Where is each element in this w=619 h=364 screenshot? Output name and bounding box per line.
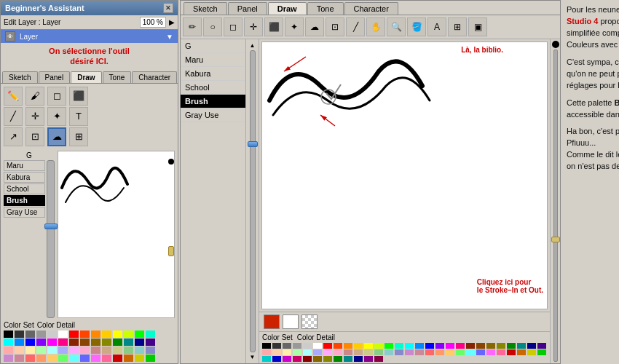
right-color-swatch-37[interactable]: [354, 349, 363, 355]
left-color-swatch-51[interactable]: [102, 355, 111, 362]
right-color-swatch-60[interactable]: [303, 356, 312, 362]
left-tab-tone[interactable]: Tone: [103, 71, 132, 83]
right-color-swatch-39[interactable]: [374, 349, 383, 355]
left-color-swatch-38[interactable]: [113, 347, 122, 354]
left-color-swatch-9[interactable]: [102, 331, 111, 338]
left-color-swatch-37[interactable]: [102, 347, 111, 354]
brush-brush-selected[interactable]: Brush: [4, 195, 45, 206]
left-color-swatch-19[interactable]: [58, 339, 68, 346]
right-color-swatch-10[interactable]: [364, 343, 373, 349]
tool-brush[interactable]: 🖌: [25, 87, 44, 106]
right-color-swatch-19[interactable]: [456, 343, 465, 349]
right-brush-G[interactable]: G: [181, 39, 245, 53]
right-color-swatch-40[interactable]: [385, 349, 393, 355]
left-color-swatch-7[interactable]: [80, 331, 90, 338]
left-color-swatch-20[interactable]: [69, 339, 79, 346]
size-track[interactable]: [553, 50, 558, 362]
left-color-swatch-18[interactable]: [47, 339, 57, 346]
right-color-swatch-43[interactable]: [415, 349, 424, 355]
right-color-swatch-21[interactable]: [476, 343, 485, 349]
left-color-swatch-28[interactable]: [4, 347, 13, 354]
tool-arrow[interactable]: ↗: [4, 127, 23, 146]
left-color-swatch-54[interactable]: [135, 355, 144, 362]
color-set-tab-right[interactable]: Color Set: [262, 333, 293, 341]
right-color-swatch-30[interactable]: [283, 349, 291, 355]
right-color-swatch-24[interactable]: [507, 343, 516, 349]
tool-misc2-icon[interactable]: ⊞: [448, 17, 467, 36]
left-color-swatch-43[interactable]: [15, 355, 24, 362]
left-color-swatch-52[interactable]: [113, 355, 122, 362]
left-color-swatch-45[interactable]: [36, 355, 46, 362]
brush-slider-thumb[interactable]: [44, 223, 58, 229]
right-color-swatch-25[interactable]: [517, 343, 526, 349]
right-color-swatch-0[interactable]: [262, 343, 271, 349]
stroke-btn-checker[interactable]: [301, 314, 318, 329]
left-color-swatch-21[interactable]: [80, 339, 90, 346]
left-color-swatch-33[interactable]: [58, 347, 68, 354]
right-color-swatch-17[interactable]: [435, 343, 444, 349]
right-color-swatch-5[interactable]: [313, 343, 322, 349]
left-color-swatch-6[interactable]: [69, 331, 79, 338]
brush-slider-track[interactable]: [47, 160, 55, 318]
left-color-swatch-25[interactable]: [124, 339, 133, 346]
left-color-swatch-16[interactable]: [25, 339, 35, 346]
left-color-swatch-32[interactable]: [47, 347, 57, 354]
left-tab-character[interactable]: Character: [132, 71, 177, 83]
tool-move2-icon[interactable]: ✛: [244, 17, 263, 36]
right-color-swatch-55[interactable]: [537, 349, 546, 355]
zoom-level[interactable]: 100 %: [140, 17, 166, 28]
brush-kabura[interactable]: Kabura: [4, 172, 45, 183]
slider-thumb-right[interactable]: [248, 141, 258, 147]
scroll-down-icon[interactable]: ▼: [166, 33, 173, 41]
right-color-swatch-14[interactable]: [405, 343, 414, 349]
color-detail-tab-left[interactable]: Color Detail: [37, 321, 75, 329]
layer-eye-icon[interactable]: 👁: [5, 31, 15, 41]
right-color-swatch-36[interactable]: [344, 349, 352, 355]
brush-grayuse[interactable]: Gray Use: [4, 207, 45, 218]
tool-circle-icon[interactable]: ○: [203, 17, 222, 36]
right-color-swatch-28[interactable]: [262, 349, 271, 355]
stroke-btn-white[interactable]: [283, 314, 299, 329]
right-color-swatch-13[interactable]: [395, 343, 403, 349]
right-color-swatch-46[interactable]: [446, 349, 454, 355]
right-color-swatch-1[interactable]: [272, 343, 281, 349]
right-color-swatch-48[interactable]: [466, 349, 475, 355]
right-color-swatch-12[interactable]: [385, 343, 393, 349]
left-color-swatch-0[interactable]: [4, 331, 13, 338]
left-color-swatch-34[interactable]: [69, 347, 79, 354]
right-color-swatch-2[interactable]: [283, 343, 291, 349]
left-color-swatch-11[interactable]: [124, 331, 133, 338]
right-color-swatch-64[interactable]: [344, 356, 352, 362]
tool-misc3-icon[interactable]: ▣: [468, 17, 487, 36]
right-color-swatch-4[interactable]: [303, 343, 312, 349]
right-tab-panel[interactable]: Panel: [228, 2, 267, 15]
right-color-swatch-29[interactable]: [272, 349, 281, 355]
left-color-swatch-26[interactable]: [135, 339, 144, 346]
left-color-swatch-24[interactable]: [113, 339, 122, 346]
right-color-swatch-33[interactable]: [313, 349, 322, 355]
right-color-swatch-7[interactable]: [334, 343, 342, 349]
left-color-swatch-53[interactable]: [124, 355, 133, 362]
tool-pen[interactable]: ✏️: [4, 87, 23, 106]
right-tab-tone[interactable]: Tone: [307, 2, 344, 15]
left-color-swatch-42[interactable]: [4, 355, 13, 362]
left-color-swatch-47[interactable]: [58, 355, 68, 362]
nav-right-icon[interactable]: ▶: [169, 18, 175, 26]
right-color-swatch-15[interactable]: [415, 343, 424, 349]
slider-down-arrow[interactable]: ▼: [250, 354, 256, 360]
right-color-swatch-9[interactable]: [354, 343, 363, 349]
right-color-swatch-34[interactable]: [323, 349, 332, 355]
right-brush-maru[interactable]: Maru: [181, 53, 245, 67]
left-color-swatch-27[interactable]: [146, 339, 155, 346]
tool-misc[interactable]: ⊞: [69, 127, 88, 146]
right-color-swatch-61[interactable]: [313, 356, 322, 362]
right-brush-school[interactable]: School: [181, 81, 245, 95]
left-color-swatch-49[interactable]: [80, 355, 90, 362]
left-color-swatch-4[interactable]: [47, 331, 57, 338]
left-color-swatch-12[interactable]: [135, 331, 144, 338]
right-color-swatch-47[interactable]: [456, 349, 465, 355]
right-color-swatch-20[interactable]: [466, 343, 475, 349]
close-button[interactable]: ✕: [163, 3, 173, 13]
left-color-swatch-41[interactable]: [146, 347, 155, 354]
right-brush-grayuse[interactable]: Gray Use: [181, 108, 245, 122]
